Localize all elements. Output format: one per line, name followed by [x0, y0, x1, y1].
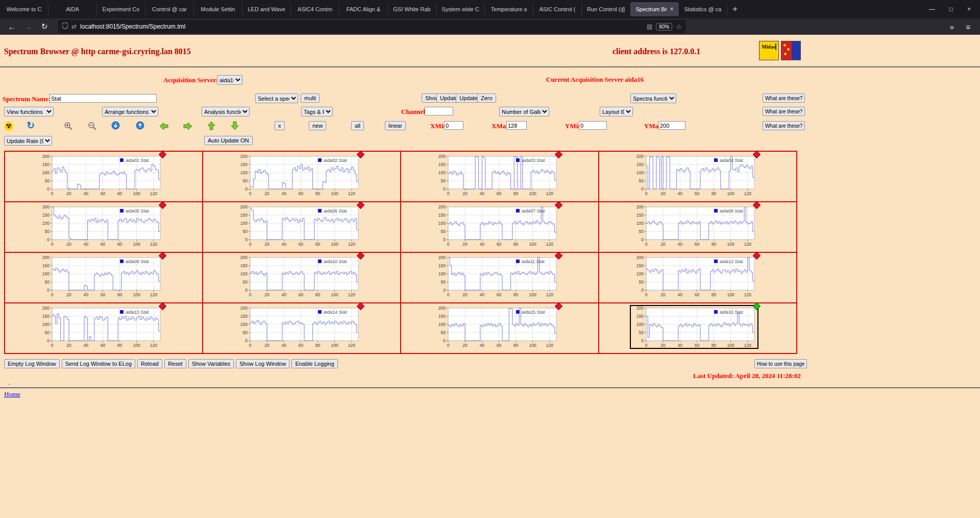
select-spectrum-dropdown[interactable]: Select a spectrum: [255, 93, 298, 103]
spectrum-chart-aida16[interactable]: 050100150200020406080100120aida16 Stat: [631, 306, 757, 348]
spectrum-plot[interactable]: 050100150200020406080100120aida02 Stat: [235, 154, 361, 196]
multi-button[interactable]: multi: [301, 93, 320, 103]
log-button[interactable]: Show Variables: [188, 359, 234, 368]
forward-button[interactable]: →: [21, 22, 35, 31]
spectrum-plot[interactable]: 050100150200020406080100120aida03 Stat: [433, 154, 559, 196]
spectrum-plot[interactable]: 050100150200020406080100120aida15 Stat: [433, 306, 559, 348]
zero-button[interactable]: Zero: [477, 93, 496, 103]
spectrum-plot[interactable]: 050100150200020406080100120aida07 Stat: [433, 205, 559, 247]
zoom-indicator[interactable]: 80%: [656, 23, 672, 31]
browser-tab[interactable]: ASIC4 Contro: [291, 2, 339, 16]
spectrum-plot[interactable]: 050100150200020406080100120aida06 Stat: [235, 205, 361, 247]
browser-tab[interactable]: Temperature a: [485, 2, 533, 16]
url-bar[interactable]: ⇄ localhost:8015/Spectrum/Spectrum.tml ▤…: [58, 20, 686, 33]
browser-tab[interactable]: GSI White Rab: [388, 2, 436, 16]
spectrum-plot[interactable]: 050100150200020406080100120aida01 Stat: [37, 154, 163, 196]
spectrum-chart-aida10[interactable]: 050100150200020406080100120aida10 Stat: [235, 255, 361, 297]
home-link[interactable]: Home: [4, 390, 20, 398]
spectrum-name-input[interactable]: [50, 94, 157, 103]
new-button[interactable]: new: [309, 121, 326, 130]
spectrum-chart-aida09[interactable]: 050100150200020406080100120aida09 Stat: [37, 255, 163, 297]
spectrum-plot[interactable]: 050100150200020406080100120aida09 Stat: [37, 255, 163, 297]
log-button[interactable]: Reset: [164, 359, 186, 368]
log-button[interactable]: Reload: [137, 359, 162, 368]
browser-tab[interactable]: FADC Align &: [339, 2, 388, 16]
green-arrow-right-icon[interactable]: [183, 122, 193, 132]
ymin-input[interactable]: [579, 121, 607, 130]
browser-tab[interactable]: System wide C: [436, 2, 485, 16]
acq-server-select[interactable]: aida16: [217, 75, 242, 85]
spectrum-chart-aida12[interactable]: 050100150200020406080100120aida12 Stat: [631, 255, 757, 297]
site-info-icon[interactable]: ⇄: [71, 23, 77, 30]
spectrum-chart-aida01[interactable]: 050100150200020406080100120aida01 Stat: [37, 154, 163, 196]
browser-tab[interactable]: Statistics @ ca: [679, 2, 727, 16]
spectrum-plot[interactable]: 050100150200020406080100120aida14 Stat: [235, 306, 361, 348]
refresh-cycle-icon[interactable]: ↻: [27, 121, 35, 130]
spectrum-chart-aida07[interactable]: 050100150200020406080100120aida07 Stat: [433, 205, 559, 247]
spectrum-plot[interactable]: 050100150200020406080100120aida05 Stat: [37, 205, 163, 247]
spectrum-chart-aida08[interactable]: 050100150200020406080100120aida08 Stat: [631, 205, 757, 247]
auto-update-button[interactable]: Auto Update ON: [204, 136, 253, 145]
spectrum-chart-aida05[interactable]: 050100150200020406080100120aida05 Stat: [37, 205, 163, 247]
spectrum-chart-aida06[interactable]: 050100150200020406080100120aida06 Stat: [235, 205, 361, 247]
log-button[interactable]: Send Log Window to ELog: [62, 359, 135, 368]
spectrum-chart-aida02[interactable]: 050100150200020406080100120aida02 Stat: [235, 154, 361, 196]
what-are-these-button-3[interactable]: What are these?: [763, 121, 805, 130]
browser-tab[interactable]: Welcome to C: [0, 2, 48, 16]
analysis-functions-dropdown[interactable]: Analysis functions: [202, 107, 250, 116]
tags-fits-dropdown[interactable]: Tags & Fits: [301, 107, 333, 116]
log-button[interactable]: Empty Log Window: [4, 359, 60, 368]
spectrum-chart-aida04[interactable]: 050100150200020406080100120aida04 Stat: [631, 154, 757, 196]
browser-tab[interactable]: Experiment Co: [97, 2, 145, 16]
window-minimize-button[interactable]: —: [929, 6, 935, 13]
spectrum-plot[interactable]: 050100150200020406080100120aida13 Stat: [37, 306, 163, 348]
log-button[interactable]: Enable Logging: [291, 359, 337, 368]
spectra-functions-dropdown[interactable]: Spectra functions: [630, 93, 676, 103]
radiation-icon[interactable]: ☢: [4, 122, 13, 131]
bookmark-star-icon[interactable]: ☆: [676, 23, 682, 31]
zoom-out-icon[interactable]: [88, 122, 96, 132]
spectrum-chart-aida13[interactable]: 050100150200020406080100120aida13 Stat: [37, 306, 163, 348]
browser-tab[interactable]: Spectrum Br×: [630, 2, 679, 16]
num-galleries-dropdown[interactable]: Number of Galleries: [499, 107, 549, 116]
blue-arrow-down-icon[interactable]: [111, 121, 120, 132]
log-button[interactable]: Show Log Window: [236, 359, 289, 368]
spectrum-chart-aida11[interactable]: 050100150200020406080100120aida11 Stat: [433, 255, 559, 297]
zoom-in-icon[interactable]: [64, 122, 72, 132]
arrange-functions-dropdown[interactable]: Arrange functions: [102, 107, 158, 116]
browser-tab[interactable]: Run Control (@: [582, 2, 630, 16]
green-arrow-left-icon[interactable]: [159, 122, 169, 132]
x-button[interactable]: x: [275, 121, 285, 130]
spectrum-chart-aida15[interactable]: 050100150200020406080100120aida15 Stat: [433, 306, 559, 348]
spectrum-chart-aida03[interactable]: 050100150200020406080100120aida03 Stat: [433, 154, 559, 196]
reload-button[interactable]: ↻: [38, 22, 51, 31]
spectrum-plot[interactable]: 050100150200020406080100120aida11 Stat: [433, 255, 559, 297]
linear-button[interactable]: linear: [385, 121, 406, 130]
layout-id-dropdown[interactable]: Layout ID=2: [600, 107, 633, 116]
channel-input[interactable]: [425, 107, 453, 115]
overflow-chevron-icon[interactable]: »: [945, 22, 959, 31]
shield-icon[interactable]: [62, 22, 68, 31]
spectrum-chart-aida14[interactable]: 050100150200020406080100120aida14 Stat: [235, 306, 361, 348]
tab-close-icon[interactable]: ×: [670, 6, 674, 13]
ymax-input[interactable]: [658, 121, 685, 130]
browser-tab[interactable]: Module Settin: [194, 2, 242, 16]
xmax-input[interactable]: [506, 121, 527, 130]
spectrum-plot[interactable]: 050100150200020406080100120aida04 Stat: [631, 154, 757, 196]
window-maximize-button[interactable]: □: [949, 6, 953, 13]
blue-arrow-up-icon[interactable]: [136, 121, 144, 132]
spectrum-plot[interactable]: 050100150200020406080100120aida10 Stat: [235, 255, 361, 297]
what-are-these-button-1[interactable]: What are these?: [763, 93, 805, 103]
xmin-input[interactable]: [444, 121, 463, 130]
spectrum-plot[interactable]: 050100150200020406080100120aida08 Stat: [631, 205, 757, 247]
back-button[interactable]: ←: [5, 22, 18, 31]
browser-tab[interactable]: LED and Wave: [242, 2, 291, 16]
new-tab-button[interactable]: +: [727, 4, 743, 14]
help-button[interactable]: How to use this page: [754, 359, 807, 368]
browser-tab[interactable]: AIDA: [48, 2, 97, 16]
all-button[interactable]: all: [351, 121, 364, 130]
reader-mode-icon[interactable]: ▤: [647, 23, 652, 30]
view-functions-dropdown[interactable]: View functions: [4, 107, 54, 116]
spectrum-plot[interactable]: 050100150200020406080100120aida12 Stat: [631, 255, 757, 297]
what-are-these-button-2[interactable]: What are these?: [763, 107, 805, 116]
